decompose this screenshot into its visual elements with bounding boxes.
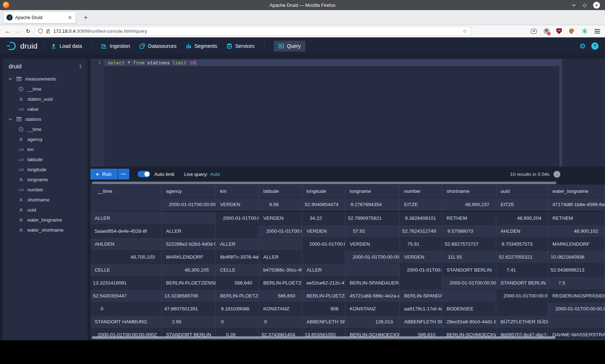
cell-km[interactable]: 2.95 — [162, 315, 216, 328]
minimize-icon[interactable] — [572, 3, 576, 8]
run-more-button[interactable]: ••• — [118, 169, 129, 179]
cell-longname[interactable]: BERLIN-PLOETZENSEE U — [216, 290, 259, 302]
live-query-value[interactable]: Auto — [210, 172, 220, 177]
cell-uuid[interactable]: 8b4f9f7c-3376-4dd8-95c — [216, 251, 259, 264]
cell-latitude[interactable]: 52.6827572727 — [442, 238, 496, 251]
cell-water_longname[interactable]: ALLER — [259, 251, 302, 264]
cell-longname[interactable]: BERLIN-PLOETZENSEE C — [162, 277, 216, 290]
cell-latitude[interactable]: 52.5436996213 — [548, 264, 605, 277]
cell-number[interactable]: 48,900,204 — [496, 212, 548, 225]
cell-water_longname[interactable]: ALLER — [302, 264, 345, 277]
cell-agency[interactable]: STANDORT BERLIN — [496, 277, 548, 290]
cell-longitude[interactable]: 9.2767694354 — [345, 198, 400, 211]
profile-extension-icon[interactable] — [543, 28, 550, 34]
cell-__time[interactable]: 2000-01-01T00:00:00.000Z — [400, 264, 442, 277]
forward-icon[interactable]: → — [13, 28, 23, 35]
menu-icon[interactable] — [595, 29, 600, 33]
cell-km[interactable]: 111.55 — [442, 251, 496, 264]
reload-icon[interactable]: ↻ — [23, 28, 33, 35]
cell-shortname[interactable]: MARKLENDORF — [162, 251, 216, 264]
sidebar-column-water_longname[interactable]: Awater_longname — [3, 215, 88, 225]
cell-longname[interactable]: EITZE — [400, 198, 442, 211]
pane-splitter[interactable] — [90, 182, 605, 185]
column-header-km[interactable]: km — [216, 185, 259, 198]
cookie-extension-icon[interactable] — [569, 28, 575, 34]
cell-water_longname[interactable]: ALLER — [162, 225, 216, 238]
cell-agency[interactable]: VERDEN — [216, 198, 259, 211]
sidebar-column-agency[interactable]: Aagency — [3, 134, 88, 144]
cell-shortname[interactable]: BERLIN-PLOETZENSEE U — [302, 290, 345, 302]
column-header-longname[interactable]: longname — [345, 185, 400, 198]
sidebar-column-shortname[interactable]: Ashortname — [3, 195, 88, 205]
pocket-icon[interactable] — [531, 29, 537, 34]
sidebar-column-number[interactable]: 123number — [3, 185, 88, 195]
editor-scrollbar[interactable] — [559, 59, 562, 167]
maximize-icon[interactable]: ◇ — [583, 2, 587, 8]
cell-water_longname[interactable]: BERLIN-SPANDAUER-S — [345, 277, 400, 290]
cell-water_longname[interactable]: BÜTZFLETHER SÜDERE — [496, 315, 548, 328]
column-header-shortname[interactable]: shortname — [442, 185, 496, 198]
cell-__time[interactable]: 2000-01-01T00:00:00.000Z — [442, 277, 496, 290]
cell-longitude[interactable]: 13.3231419091 — [90, 277, 162, 290]
cell-__time[interactable]: 2000-01-01T00:00:00.000Z — [162, 198, 216, 211]
cell-number[interactable]: 48,900,102 — [548, 225, 605, 238]
cell-longname[interactable]: RETHEM — [442, 212, 496, 225]
cell-uuid[interactable]: 5aaed954-de4e-4528-8f — [90, 225, 162, 238]
tab-close-icon[interactable]: ✕ — [67, 15, 73, 21]
shield-icon[interactable] — [38, 28, 43, 34]
cell-longname[interactable]: MARKLENDORF — [548, 238, 605, 251]
cell-__time[interactable]: 2000-01-01T00:00:00.000Z — [302, 238, 345, 251]
cell-agency[interactable]: VERDEN — [400, 251, 442, 264]
column-header-uuid[interactable]: uuid — [496, 185, 548, 198]
cell-longitude[interactable]: 13.3238589706 — [162, 290, 216, 302]
cell-number[interactable]: 48,700,103 — [90, 251, 162, 264]
gear-icon[interactable]: ⚙ — [579, 42, 586, 50]
cell-latitude[interactable]: 52.7890975921 — [345, 212, 400, 225]
new-tab-button[interactable]: + — [81, 14, 90, 22]
cell-latitude[interactable]: 52.6227055321 — [496, 251, 548, 264]
cell-km[interactable]: 9.56 — [259, 198, 302, 211]
cell-number[interactable]: 48,900,237 — [442, 198, 496, 211]
cell-shortname[interactable]: ABBENFLETH SPERRWEI — [400, 315, 442, 328]
back-icon[interactable]: ← — [3, 28, 13, 35]
help-icon[interactable]: ? — [591, 42, 599, 50]
cell-latitude[interactable]: 52.7624312749 — [400, 225, 442, 238]
cell-longitude[interactable]: 9.7034557573 — [496, 238, 548, 251]
cell-longname[interactable]: AHLDEN — [496, 225, 548, 238]
cell-uuid[interactable]: b475386c-30cc-453a-b3 — [259, 264, 302, 277]
sidebar-column-__time[interactable]: __time — [3, 84, 88, 94]
tab-apache-druid[interactable]: Apache Druid ✕ — [3, 12, 76, 23]
cell-agency[interactable]: STANDORT BERLIN — [442, 264, 496, 277]
cell-latitude[interactable]: 52.5430355447 — [90, 290, 162, 302]
column-header-latitude[interactable]: latitude — [259, 185, 302, 198]
cell-km[interactable]: 57.92 — [345, 225, 400, 238]
cell-water_longname[interactable]: BERLIN-SPANDAUER-S — [400, 290, 442, 302]
cell-shortname[interactable]: CELLE — [216, 264, 259, 277]
lock-disabled-icon[interactable] — [46, 28, 50, 34]
nav-item-load-data[interactable]: Load data — [51, 43, 82, 49]
cell-agency[interactable]: VERDEN — [302, 225, 345, 238]
cell-number[interactable]: 586,640 — [216, 277, 259, 290]
cell-uuid[interactable]: 522286e2-b2b3-4d0d-9a — [162, 238, 216, 251]
sidebar-column-uuid[interactable]: Auuid — [3, 205, 88, 215]
close-icon[interactable]: × — [593, 2, 600, 9]
sidebar-table-stations[interactable]: stations — [3, 114, 88, 124]
cell-longname[interactable]: KONSTANZ — [259, 302, 302, 315]
nav-item-query[interactable]: Query — [274, 41, 305, 51]
cell-latitude[interactable]: 52.9040654474 — [302, 198, 345, 211]
column-header-__time[interactable]: __time — [90, 185, 162, 198]
cell-number[interactable]: 48,300,105 — [162, 264, 216, 277]
cell-km[interactable]: 7.41 — [496, 264, 548, 277]
sidebar-column-longitude[interactable]: 123longitude — [3, 164, 88, 174]
double-caret-vertical-icon[interactable] — [79, 64, 82, 69]
sidebar-column-km[interactable]: 123km — [3, 144, 88, 154]
cell-longitude[interactable]: 9.3828408101 — [400, 212, 442, 225]
schema-selector[interactable]: druid — [3, 63, 88, 70]
bookmark-star-icon[interactable]: ☆ — [463, 28, 467, 35]
sidebar-table-measurements[interactable]: measurements — [3, 74, 88, 84]
cell-agency[interactable]: STANDORT HAMBURG — [90, 315, 162, 328]
cell-longitude[interactable]: 9.181039088 — [216, 302, 259, 315]
cell-longitude[interactable]: 10.0621640936 — [548, 251, 605, 264]
sidebar-column-latitude[interactable]: 123latitude — [3, 154, 88, 164]
horizontal-scrollbar[interactable] — [92, 336, 555, 339]
